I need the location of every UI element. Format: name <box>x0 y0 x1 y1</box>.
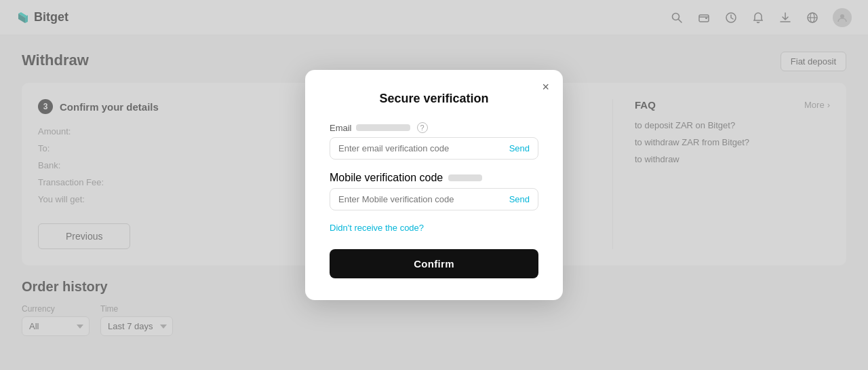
email-verification-input[interactable] <box>338 143 509 153</box>
email-field-label: Email ? <box>330 122 538 133</box>
mobile-input-row: Send <box>330 188 538 210</box>
help-icon[interactable]: ? <box>417 122 428 133</box>
email-send-button[interactable]: Send <box>509 143 530 153</box>
mobile-verification-input[interactable] <box>338 194 509 204</box>
modal-close-button[interactable]: × <box>542 81 549 93</box>
modal-title: Secure verification <box>330 92 538 106</box>
mobile-label-row: Mobile verification code <box>330 172 538 184</box>
email-masked-value <box>356 124 410 131</box>
secure-verification-modal: × Secure verification Email ? Send Mobil… <box>305 70 563 300</box>
mobile-masked-value <box>448 174 482 181</box>
email-input-row: Send <box>330 137 538 160</box>
mobile-label: Mobile verification code <box>330 172 443 184</box>
mobile-send-button[interactable]: Send <box>509 194 530 204</box>
didnt-receive-link[interactable]: Didn't receive the code? <box>330 223 538 233</box>
overlay: × Secure verification Email ? Send Mobil… <box>0 0 868 370</box>
confirm-button[interactable]: Confirm <box>330 249 538 278</box>
